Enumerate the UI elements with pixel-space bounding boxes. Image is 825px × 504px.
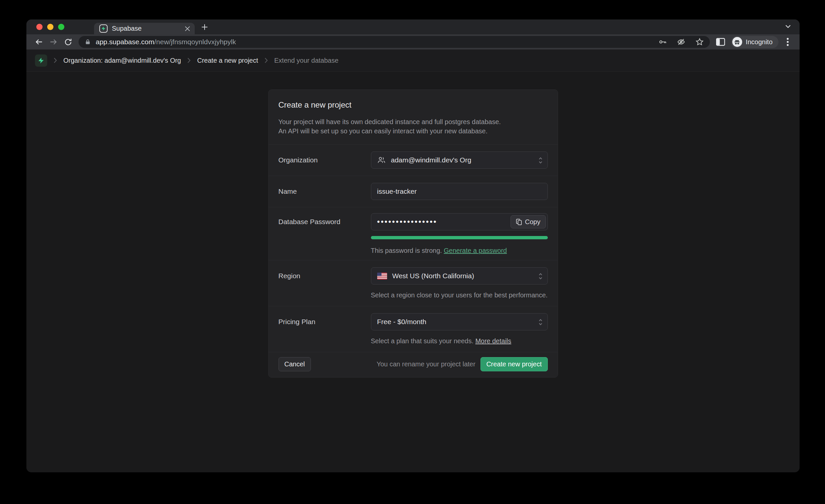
organization-value: adam@windmill.dev's Org <box>391 156 471 164</box>
window-controls <box>36 24 64 30</box>
url-bar[interactable]: app.supabase.com/new/jfnsmqoynldvxjyhpyl… <box>79 36 710 48</box>
tab-supabase[interactable]: Supabase <box>94 23 195 34</box>
tab-close-icon[interactable] <box>185 26 190 31</box>
more-details-link[interactable]: More details <box>475 337 511 345</box>
page-background: Create a new project Your project will h… <box>26 72 800 472</box>
users-icon <box>377 156 386 164</box>
description-line-1: Your project will have its own dedicated… <box>279 117 548 126</box>
organization-label: Organization <box>279 151 371 169</box>
generate-password-link[interactable]: Generate a password <box>444 247 507 254</box>
password-row: Database Password Copy This password is … <box>269 207 558 260</box>
chevron-right-icon <box>264 57 268 63</box>
tab-search-chevron-icon[interactable] <box>785 24 791 28</box>
password-strength-bar <box>371 236 548 239</box>
password-note: This password is strong. Generate a pass… <box>371 247 548 255</box>
breadcrumb-extend-database: Extend your database <box>274 57 339 64</box>
password-key-icon[interactable] <box>656 37 670 47</box>
pricing-select[interactable]: Free - $0/month <box>371 313 548 331</box>
breadcrumb-create-project[interactable]: Create a new project <box>197 57 258 64</box>
name-row: Name <box>269 175 558 207</box>
supabase-logo-icon[interactable] <box>35 55 47 67</box>
bookmark-star-icon[interactable] <box>693 37 706 47</box>
region-value: West US (North California) <box>392 272 474 280</box>
card-description: Your project will have its own dedicated… <box>279 117 548 136</box>
url-path: /new/jfnsmqoynldvxjyhpylk <box>154 38 236 46</box>
description-line-2: An API will be set up so you can easily … <box>279 126 548 136</box>
pricing-helper: Select a plan that suits your needs. Mor… <box>371 337 548 345</box>
pricing-value: Free - $0/month <box>377 318 426 326</box>
new-tab-button[interactable] <box>201 24 208 30</box>
select-updown-icon <box>538 318 543 327</box>
password-label: Database Password <box>279 213 371 255</box>
card-header: Create a new project Your project will h… <box>269 90 558 144</box>
breadcrumb-organization[interactable]: Organization: adam@windmill.dev's Org <box>63 57 181 64</box>
incognito-badge[interactable]: Incognito <box>731 36 778 48</box>
password-field-wrap: Copy <box>371 213 548 230</box>
chevron-right-icon <box>187 57 191 63</box>
url-domain: app.supabase.com <box>96 38 154 46</box>
supabase-favicon-icon <box>99 24 107 33</box>
name-label: Name <box>279 183 371 200</box>
copy-password-button[interactable]: Copy <box>511 215 546 228</box>
reload-icon[interactable] <box>61 35 75 49</box>
eye-off-icon[interactable] <box>674 37 688 47</box>
zoom-window-button[interactable] <box>58 24 64 30</box>
pricing-label: Pricing Plan <box>279 313 371 345</box>
cancel-button[interactable]: Cancel <box>279 357 311 371</box>
tab-strip: Supabase <box>26 19 800 34</box>
close-window-button[interactable] <box>36 24 43 30</box>
browser-toolbar: app.supabase.com/new/jfnsmqoynldvxjyhpyl… <box>26 34 800 50</box>
password-strength-text: This password is strong. <box>371 247 442 254</box>
rename-note: You can rename your project later <box>377 360 475 368</box>
chevron-right-icon <box>54 57 57 63</box>
lock-icon <box>84 38 91 46</box>
create-project-card: Create a new project Your project will h… <box>268 89 558 378</box>
forward-icon[interactable] <box>46 35 61 49</box>
us-flag-icon <box>377 273 387 280</box>
copy-button-label: Copy <box>525 218 540 226</box>
incognito-avatar-icon <box>732 37 742 47</box>
url-text: app.supabase.com/new/jfnsmqoynldvxjyhpyl… <box>96 38 236 46</box>
organization-select[interactable]: adam@windmill.dev's Org <box>371 151 548 169</box>
pricing-helper-text: Select a plan that suits your needs. <box>371 337 473 345</box>
minimize-window-button[interactable] <box>47 24 54 30</box>
app-header: Organization: adam@windmill.dev's Org Cr… <box>26 50 800 72</box>
pricing-row: Pricing Plan Free - $0/month Select a pl… <box>269 306 558 352</box>
region-select[interactable]: West US (North California) <box>371 267 548 285</box>
create-new-project-button[interactable]: Create new project <box>480 357 548 371</box>
region-label: Region <box>279 267 371 299</box>
select-updown-icon <box>538 156 543 165</box>
organization-row: Organization adam@windmill.dev's Org <box>269 144 558 175</box>
tab-title: Supabase <box>112 25 180 32</box>
browser-window: Supabase app.supabase.com/new/jfnsmqoynl… <box>26 19 800 472</box>
select-updown-icon <box>538 272 543 281</box>
side-panel-icon[interactable] <box>713 35 728 49</box>
region-helper: Select a region close to your users for … <box>371 291 548 299</box>
page-title: Create a new project <box>279 100 548 110</box>
back-icon[interactable] <box>32 35 46 49</box>
card-footer: Cancel You can rename your project later… <box>269 352 558 377</box>
incognito-label: Incognito <box>746 38 772 46</box>
browser-menu-icon[interactable] <box>781 35 794 49</box>
region-row: Region West US (North California) Select… <box>269 260 558 306</box>
name-input[interactable] <box>377 188 541 195</box>
name-field-wrap <box>371 183 548 200</box>
